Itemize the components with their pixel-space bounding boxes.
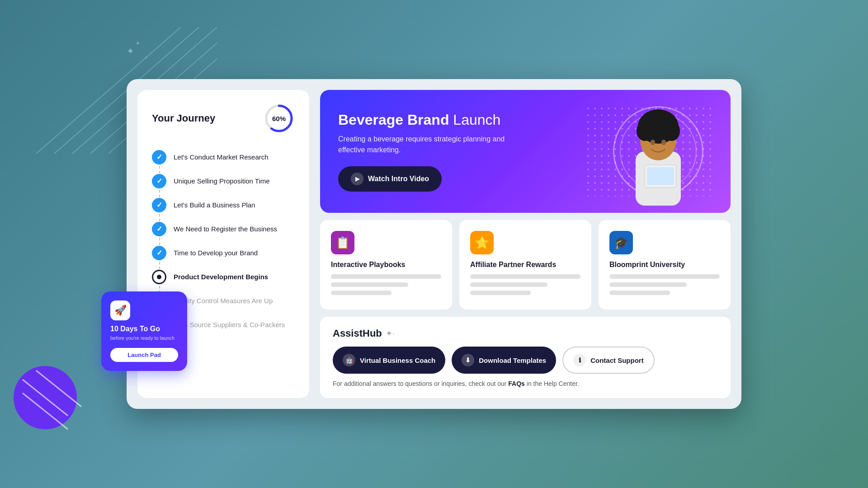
hero-title-rest: Launch: [449, 112, 500, 128]
launch-pad-card: 🚀 10 Days To Go before you're ready to l…: [101, 291, 187, 371]
university-icon: 🎓: [609, 231, 633, 254]
deco-purple-shape: [9, 361, 81, 434]
assist-hub: AssistHub ✦· 🤖 Virtual Business Coach ⬇ …: [320, 317, 731, 398]
journey-item-label: Let's Conduct Market Research: [174, 145, 269, 169]
launch-pad-subtitle: before you're ready to launch: [110, 335, 178, 342]
hero-description: Creating a beverage requires strategic p…: [338, 134, 528, 155]
hero-banner: Beverage Brand Launch Creating a beverag…: [320, 90, 731, 213]
journey-item-label: We Need to Register the Business: [174, 217, 277, 241]
feature-cards-row: 📋 Interactive Playbooks ⭐ Affiliate Part…: [320, 220, 731, 310]
sparkle-icon: ✦·: [386, 328, 395, 338]
svg-rect-26: [647, 167, 674, 185]
svg-point-22: [656, 114, 674, 130]
skeleton: [331, 282, 408, 287]
journey-item: ✓ Time to Develop your Brand: [152, 241, 295, 265]
journey-item-label: Time to Develop your Brand: [174, 241, 258, 265]
launch-pad-icon: 🚀: [110, 300, 130, 320]
hero-person: [618, 106, 699, 206]
svg-point-24: [661, 140, 666, 145]
playbooks-title: Interactive Playbooks: [331, 261, 441, 269]
journey-item-label: Unique Selling Proposition Time: [174, 169, 270, 193]
assist-hub-title: AssistHub: [333, 328, 382, 339]
journey-item-current: Product Development Begins: [152, 265, 295, 289]
journey-item: ✓ Let's Conduct Market Research: [152, 145, 295, 169]
skeleton: [609, 274, 720, 279]
svg-text:✦: ✦: [145, 56, 148, 60]
download-templates-button[interactable]: ⬇ Download Templates: [452, 347, 556, 374]
right-panel: Beverage Brand Launch Creating a beverag…: [320, 90, 731, 398]
skeleton: [331, 274, 441, 279]
left-panel: Your Journey 60% ✓ Let's Conduct Market …: [137, 90, 309, 398]
faqs-link[interactable]: FAQs: [508, 380, 525, 387]
hero-title-bold: Beverage Brand: [338, 112, 449, 128]
journey-item: ✓ We Need to Register the Business: [152, 217, 295, 241]
svg-text:✦: ✦: [127, 46, 134, 56]
main-container: Your Journey 60% ✓ Let's Conduct Market …: [127, 79, 741, 409]
hero-content: Beverage Brand Launch Creating a beverag…: [338, 112, 528, 192]
hero-title: Beverage Brand Launch: [338, 112, 528, 128]
interactive-playbooks-card: 📋 Interactive Playbooks: [320, 220, 452, 310]
journey-item-label: Let's Source Suppliers & Co-Packers: [174, 313, 285, 337]
progress-circle: 60%: [263, 103, 295, 134]
progress-percent: 60%: [272, 115, 286, 122]
journey-item: ✓ Let's Build a Business Plan: [152, 193, 295, 217]
skeleton: [470, 282, 547, 287]
assist-buttons: 🤖 Virtual Business Coach ⬇ Download Temp…: [333, 347, 718, 374]
download-templates-label: Download Templates: [479, 357, 546, 364]
assist-footer-rest: in the Help Center.: [525, 380, 579, 387]
affiliate-icon: ⭐: [470, 231, 494, 254]
skeleton: [470, 291, 531, 295]
completed-icon: ✓: [152, 174, 166, 188]
contact-support-label: Contact Support: [590, 357, 644, 364]
assist-footer-text: For additional answers to questions or i…: [333, 380, 508, 387]
completed-icon: ✓: [152, 198, 166, 212]
university-title: Bloomprint University: [609, 261, 720, 269]
assist-footer: For additional answers to questions or i…: [333, 380, 718, 387]
journey-item-label: Quality Control Measures Are Up: [174, 289, 273, 313]
skeleton: [331, 291, 392, 295]
assist-hub-header: AssistHub ✦·: [333, 328, 718, 339]
assist-bold: Assist: [333, 328, 363, 339]
virtual-coach-label: Virtual Business Coach: [360, 357, 435, 364]
current-icon: [152, 270, 166, 284]
completed-icon: ✓: [152, 150, 166, 164]
coach-icon: 🤖: [343, 354, 355, 366]
journey-title: Your Journey: [152, 113, 215, 124]
completed-icon: ✓: [152, 246, 166, 260]
info-icon: ℹ: [573, 354, 586, 366]
launch-pad-button[interactable]: Launch Pad: [110, 348, 178, 362]
affiliate-rewards-card: ⭐ Affiliate Partner Rewards: [459, 220, 591, 310]
skeleton: [609, 291, 670, 295]
virtual-coach-button[interactable]: 🤖 Virtual Business Coach: [333, 347, 445, 374]
play-icon: ▶: [351, 173, 363, 185]
journey-item: ✓ Unique Selling Proposition Time: [152, 169, 295, 193]
launch-pad-title: 10 Days To Go: [110, 325, 178, 333]
journey-item-label: Product Development Begins: [174, 265, 268, 289]
contact-support-button[interactable]: ℹ Contact Support: [562, 347, 655, 374]
journey-header: Your Journey 60%: [152, 103, 295, 134]
journey-item-label: Let's Build a Business Plan: [174, 193, 255, 217]
bloomprint-university-card: 🎓 Bloomprint University: [599, 220, 731, 310]
skeleton: [609, 282, 687, 287]
hero-image-area: [586, 106, 712, 197]
watch-intro-button[interactable]: ▶ Watch Intro Video: [338, 166, 442, 192]
assist-rest: Hub: [363, 328, 382, 339]
download-icon: ⬇: [462, 354, 474, 366]
svg-text:✦: ✦: [136, 40, 140, 47]
watch-btn-label: Watch Intro Video: [368, 175, 429, 183]
playbooks-icon: 📋: [331, 231, 354, 254]
completed-icon: ✓: [152, 222, 166, 236]
svg-point-23: [651, 140, 655, 145]
skeleton: [470, 274, 580, 279]
affiliate-title: Affiliate Partner Rewards: [470, 261, 580, 269]
